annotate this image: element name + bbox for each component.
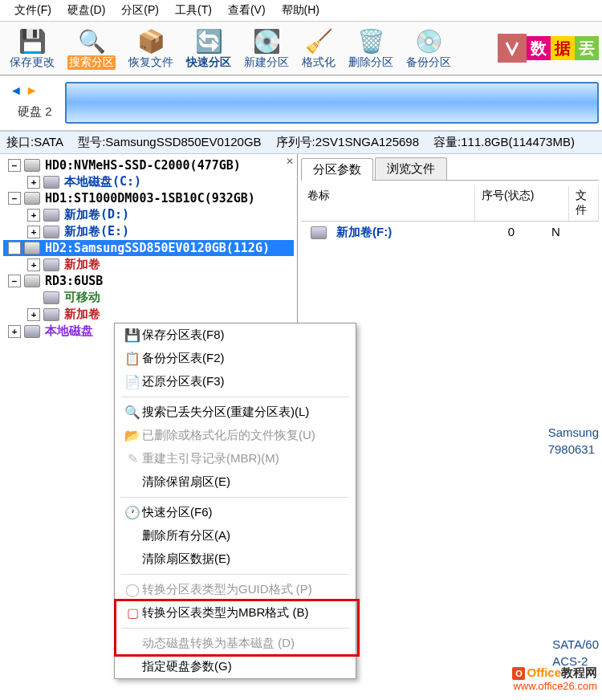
menu-partition[interactable]: 分区(P) xyxy=(113,2,167,19)
menu-view[interactable]: 查看(V) xyxy=(220,2,274,19)
expand-icon[interactable]: + xyxy=(27,226,40,238)
ctx-restore-table[interactable]: 📄还原分区表(F3) xyxy=(115,370,356,393)
grid-header: 卷标 序号(状态) 文件 xyxy=(301,185,599,222)
volume-icon xyxy=(43,291,59,304)
side-info-model: Samsung 7980631 xyxy=(548,424,599,458)
ctx-search-lost[interactable]: 🔍搜索已丢失分区(重建分区表)(L) xyxy=(115,401,356,424)
save-button[interactable]: 💾保存更改 xyxy=(5,23,59,73)
tree-disk-hd1[interactable]: −HD1:ST1000DM003-1SB10C(932GB) xyxy=(3,190,294,206)
ctx-clear-reserved[interactable]: 清除保留扇区(E) xyxy=(115,470,356,494)
tabs: 分区参数 浏览文件 xyxy=(301,157,599,181)
disk-icon xyxy=(24,159,40,172)
menu-help[interactable]: 帮助(H) xyxy=(274,2,327,19)
ctx-backup-table[interactable]: 📋备份分区表(F2) xyxy=(115,347,356,370)
disk-header: ◄ ► 硬盘 2 xyxy=(0,75,602,131)
convert-icon: ◯ xyxy=(123,582,142,597)
info-interface: 接口:SATA xyxy=(6,135,63,150)
new-icon: 💽 xyxy=(252,26,281,55)
volume-icon xyxy=(43,176,59,189)
watermark: OOffice教程网 www.office26.com xyxy=(512,665,597,694)
info-serial: 序列号:2SV1SNGA125698 xyxy=(276,135,419,150)
tree-disk-hd0[interactable]: −HD0:NVMeHS-SSD-C2000(477GB) xyxy=(3,157,294,173)
ctx-save-table[interactable]: 💾保存分区表(F8) xyxy=(115,324,356,347)
undelete-icon: 📂 xyxy=(123,428,142,443)
save-icon: 💾 xyxy=(123,328,142,343)
backup-icon: 💿 xyxy=(414,26,443,55)
tree-volume[interactable]: 可移动 xyxy=(3,289,294,306)
search-icon: 🔍 xyxy=(123,405,142,420)
menu-file[interactable]: 文件(F) xyxy=(6,2,59,19)
expand-icon[interactable]: + xyxy=(27,176,40,189)
ctx-to-mbr[interactable]: ▢转换分区表类型为MBR格式 (B) xyxy=(115,601,356,625)
collapse-icon[interactable]: − xyxy=(8,159,21,172)
close-icon[interactable]: ✕ xyxy=(286,156,294,167)
quick-icon: 🔄 xyxy=(194,26,223,55)
format-button[interactable]: 🧹格式化 xyxy=(297,23,340,73)
tab-partition-params[interactable]: 分区参数 xyxy=(301,158,373,181)
grid-row[interactable]: 新加卷(F:) 0 N xyxy=(301,222,599,243)
delete-icon: 🗑️ xyxy=(356,26,385,55)
new-partition-button[interactable]: 💽新建分区 xyxy=(239,23,294,73)
volume-icon xyxy=(43,258,59,271)
ctx-disk-params[interactable]: 指定硬盘参数(G) xyxy=(115,655,356,678)
backup-partition-button[interactable]: 💿备份分区 xyxy=(401,23,456,73)
logo: 数 据 丟 xyxy=(498,23,599,73)
quick-partition-button[interactable]: 🔄快速分区 xyxy=(181,23,236,73)
volume-icon xyxy=(43,226,59,238)
disk-icon xyxy=(24,242,40,254)
nav-forward-icon[interactable]: ► xyxy=(26,83,39,98)
volume-icon xyxy=(43,209,59,222)
collapse-icon[interactable]: − xyxy=(8,242,21,254)
menu-disk[interactable]: 硬盘(D) xyxy=(59,2,113,19)
expand-icon[interactable]: + xyxy=(27,308,40,321)
volume-icon xyxy=(24,325,40,338)
volume-icon xyxy=(43,308,59,321)
disk-icon xyxy=(24,275,40,287)
toolbar: 💾保存更改 🔍搜索分区 📦恢复文件 🔄快速分区 💽新建分区 🧹格式化 🗑️删除分… xyxy=(0,22,602,75)
recover-icon: 📦 xyxy=(136,26,165,55)
nav-back-icon[interactable]: ◄ xyxy=(10,83,22,98)
col-fs[interactable]: 文件 xyxy=(569,185,599,221)
restore-icon: 📄 xyxy=(123,374,142,389)
clock-icon: 🕐 xyxy=(123,505,142,520)
tree-volume[interactable]: +新加卷(D:) xyxy=(3,206,294,223)
info-capacity: 容量:111.8GB(114473MB) xyxy=(433,135,575,150)
disk-usage-bar[interactable] xyxy=(65,82,599,124)
ctx-undelete[interactable]: 📂已删除或格式化后的文件恢复(U) xyxy=(115,424,356,447)
ctx-to-guid: ◯转换分区表类型为GUID格式 (P) xyxy=(115,578,356,601)
context-menu: 💾保存分区表(F8) 📋备份分区表(F2) 📄还原分区表(F3) 🔍搜索已丢失分… xyxy=(114,323,356,679)
tree-volume[interactable]: +新加卷 xyxy=(3,306,294,323)
recover-file-button[interactable]: 📦恢复文件 xyxy=(124,23,178,73)
convert-icon: ▢ xyxy=(123,605,142,621)
volume-icon xyxy=(311,226,327,239)
expand-icon[interactable]: + xyxy=(8,325,21,338)
tab-browse-files[interactable]: 浏览文件 xyxy=(375,157,447,180)
expand-icon[interactable]: + xyxy=(27,209,40,222)
col-label[interactable]: 卷标 xyxy=(301,185,475,221)
tree-volume[interactable]: +新加卷(E:) xyxy=(3,223,294,240)
ctx-quick-partition[interactable]: 🕐快速分区(F6) xyxy=(115,501,356,524)
ctx-rebuild-mbr[interactable]: ✎重建主引导记录(MBR)(M) xyxy=(115,447,356,470)
tree-disk-hd2[interactable]: −HD2:SamsungSSD850EV0120GB(112G) xyxy=(3,240,294,256)
expand-icon[interactable]: + xyxy=(27,258,40,271)
tree-volume[interactable]: +本地磁盘(C:) xyxy=(3,173,294,190)
format-icon: 🧹 xyxy=(304,26,333,55)
tree-disk-rd3[interactable]: −RD3:6USB xyxy=(3,273,294,289)
delete-partition-button[interactable]: 🗑️删除分区 xyxy=(344,23,398,73)
info-model: 型号:SamsungSSD850EV0120GB xyxy=(78,135,261,150)
tree-volume[interactable]: +新加卷 xyxy=(3,256,294,273)
menu-tool[interactable]: 工具(T) xyxy=(167,2,220,19)
collapse-icon[interactable]: − xyxy=(8,275,21,287)
disk-label: 硬盘 2 xyxy=(3,101,59,126)
ctx-dynamic-basic: 动态磁盘转换为基本磁盘 (D) xyxy=(115,632,356,655)
save-icon: 💾 xyxy=(18,26,47,55)
ctx-clear-sectors[interactable]: 清除扇区数据(E) xyxy=(115,547,356,571)
collapse-icon[interactable]: − xyxy=(8,192,21,205)
col-index[interactable]: 序号(状态) xyxy=(475,185,569,221)
menu-bar: 文件(F) 硬盘(D) 分区(P) 工具(T) 查看(V) 帮助(H) xyxy=(0,0,602,22)
backup-icon: 📋 xyxy=(123,351,142,366)
search-partition-button[interactable]: 🔍搜索分区 xyxy=(63,23,120,73)
info-bar: 接口:SATA 型号:SamsungSSD850EV0120GB 序列号:2SV… xyxy=(0,131,602,154)
disk-icon xyxy=(24,192,40,205)
ctx-delete-all[interactable]: 删除所有分区(A) xyxy=(115,524,356,547)
